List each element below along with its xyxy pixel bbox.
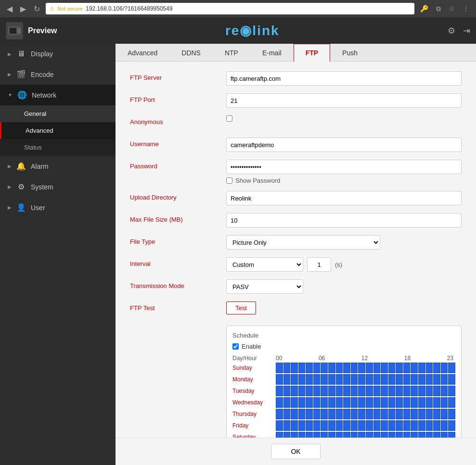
cell-friday-6[interactable] <box>321 420 328 431</box>
cell-tuesday-17[interactable] <box>403 386 411 396</box>
transmission-mode-select[interactable]: PASV PORT <box>226 279 303 294</box>
cell-thursday-21[interactable] <box>433 409 440 419</box>
cell-tuesday-1[interactable] <box>283 386 291 396</box>
cell-wednesday-16[interactable] <box>396 397 403 408</box>
cell-thursday-5[interactable] <box>313 409 321 419</box>
cell-sunday-9[interactable] <box>343 363 350 373</box>
cell-saturday-1[interactable] <box>283 432 291 438</box>
cell-wednesday-18[interactable] <box>411 397 418 408</box>
cell-saturday-23[interactable] <box>448 432 455 438</box>
cell-wednesday-23[interactable] <box>448 397 455 408</box>
cell-sunday-12[interactable] <box>366 363 373 373</box>
cell-thursday-7[interactable] <box>328 409 335 419</box>
sidebar-item-user[interactable]: ▶ 👤 User <box>0 197 116 218</box>
cell-wednesday-1[interactable] <box>283 397 291 408</box>
cell-monday-22[interactable] <box>441 374 448 385</box>
cell-saturday-5[interactable] <box>313 432 321 438</box>
cell-friday-21[interactable] <box>433 420 440 431</box>
cell-sunday-5[interactable] <box>313 363 321 373</box>
cell-wednesday-17[interactable] <box>403 397 411 408</box>
cell-wednesday-19[interactable] <box>418 397 425 408</box>
cell-tuesday-2[interactable] <box>291 386 298 396</box>
upload-dir-input[interactable] <box>226 191 462 205</box>
cell-saturday-8[interactable] <box>336 432 343 438</box>
cell-wednesday-8[interactable] <box>336 397 343 408</box>
cell-thursday-8[interactable] <box>336 409 343 419</box>
tab-ftp[interactable]: FTP <box>294 44 330 62</box>
cell-tuesday-20[interactable] <box>426 386 433 396</box>
cell-sunday-17[interactable] <box>403 363 411 373</box>
cell-thursday-1[interactable] <box>283 409 291 419</box>
ftp-port-input[interactable] <box>226 93 462 108</box>
cell-friday-9[interactable] <box>343 420 350 431</box>
tab-advanced[interactable]: Advanced <box>116 44 169 62</box>
nav-back-button[interactable]: ◀ <box>5 2 14 15</box>
cell-monday-12[interactable] <box>366 374 373 385</box>
cell-saturday-3[interactable] <box>298 432 306 438</box>
cell-thursday-20[interactable] <box>426 409 433 419</box>
cell-thursday-12[interactable] <box>366 409 373 419</box>
password-input[interactable] <box>226 160 462 174</box>
sidebar-item-alarm[interactable]: ▶ 🔔 Alarm <box>0 156 116 176</box>
sidebar-item-display[interactable]: ▶ 🖥 Display <box>0 44 116 64</box>
cell-tuesday-15[interactable] <box>388 386 396 396</box>
cell-thursday-23[interactable] <box>448 409 455 419</box>
cell-friday-15[interactable] <box>388 420 396 431</box>
cell-tuesday-16[interactable] <box>396 386 403 396</box>
cell-friday-18[interactable] <box>411 420 418 431</box>
cell-tuesday-23[interactable] <box>448 386 455 396</box>
cell-tuesday-8[interactable] <box>336 386 343 396</box>
cell-wednesday-22[interactable] <box>441 397 448 408</box>
cell-monday-11[interactable] <box>358 374 365 385</box>
cell-saturday-7[interactable] <box>328 432 335 438</box>
cell-monday-23[interactable] <box>448 374 455 385</box>
sidebar-item-general[interactable]: General <box>0 105 116 122</box>
cell-saturday-2[interactable] <box>291 432 298 438</box>
cell-saturday-10[interactable] <box>351 432 358 438</box>
cell-thursday-2[interactable] <box>291 409 298 419</box>
cell-saturday-0[interactable] <box>276 432 283 438</box>
cell-sunday-1[interactable] <box>283 363 291 373</box>
cell-wednesday-10[interactable] <box>351 397 358 408</box>
schedule-enable-checkbox[interactable] <box>232 343 239 350</box>
cell-friday-17[interactable] <box>403 420 411 431</box>
cell-wednesday-7[interactable] <box>328 397 335 408</box>
nav-forward-button[interactable]: ▶ <box>18 2 28 15</box>
cell-sunday-4[interactable] <box>306 363 313 373</box>
cell-sunday-14[interactable] <box>381 363 388 373</box>
cell-friday-14[interactable] <box>381 420 388 431</box>
cell-saturday-11[interactable] <box>358 432 365 438</box>
tab-email[interactable]: E-mail <box>250 44 294 62</box>
cell-saturday-12[interactable] <box>366 432 373 438</box>
cell-tuesday-13[interactable] <box>373 386 381 396</box>
max-file-size-input[interactable] <box>226 213 462 227</box>
cell-sunday-2[interactable] <box>291 363 298 373</box>
cell-monday-19[interactable] <box>418 374 425 385</box>
cell-wednesday-9[interactable] <box>343 397 350 408</box>
cell-sunday-3[interactable] <box>298 363 306 373</box>
cell-tuesday-18[interactable] <box>411 386 418 396</box>
cell-monday-21[interactable] <box>433 374 440 385</box>
cell-tuesday-10[interactable] <box>351 386 358 396</box>
ok-button[interactable]: OK <box>271 444 320 459</box>
cell-thursday-10[interactable] <box>351 409 358 419</box>
cell-sunday-21[interactable] <box>433 363 440 373</box>
cell-monday-20[interactable] <box>426 374 433 385</box>
cell-friday-7[interactable] <box>328 420 335 431</box>
cell-tuesday-22[interactable] <box>441 386 448 396</box>
cell-thursday-0[interactable] <box>276 409 283 419</box>
key-icon[interactable]: 🔑 <box>418 4 430 13</box>
cell-thursday-16[interactable] <box>396 409 403 419</box>
cell-monday-16[interactable] <box>396 374 403 385</box>
show-password-checkbox[interactable] <box>226 177 232 184</box>
cell-wednesday-20[interactable] <box>426 397 433 408</box>
tab-push[interactable]: Push <box>330 44 370 62</box>
test-button[interactable]: Test <box>226 302 256 314</box>
cell-sunday-16[interactable] <box>396 363 403 373</box>
cell-thursday-19[interactable] <box>418 409 425 419</box>
cell-saturday-9[interactable] <box>343 432 350 438</box>
cell-thursday-3[interactable] <box>298 409 306 419</box>
cell-sunday-11[interactable] <box>358 363 365 373</box>
cell-saturday-21[interactable] <box>433 432 440 438</box>
cell-thursday-9[interactable] <box>343 409 350 419</box>
